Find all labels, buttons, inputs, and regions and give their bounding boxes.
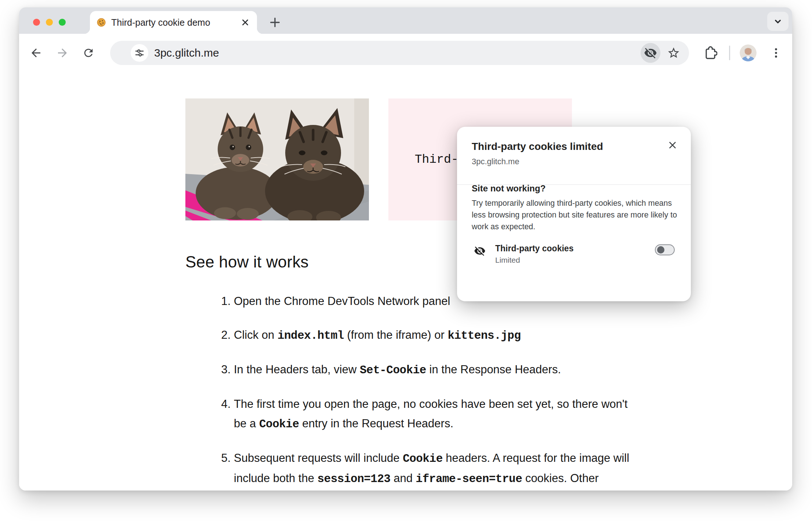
eye-off-icon [644,46,657,60]
arrow-right-icon [56,46,69,60]
how-it-works-step: Subsequent requests will include Cookie … [234,448,634,491]
toggle-label: Third-party cookies [495,244,573,254]
tab-title: Third-party cookie demo [111,17,239,28]
tab-search-button[interactable] [767,12,789,31]
zoom-window-button[interactable] [59,19,66,26]
popup-site: 3pc.glitch.me [472,157,676,166]
reload-button[interactable] [80,44,97,62]
kebab-icon [770,47,782,59]
third-party-cookies-row: Third-party cookies Limited [472,244,676,265]
browser-window: Third-party cookie demo [19,7,792,491]
how-it-works-step: The first time you open the page, no coo… [234,394,634,434]
site-settings-button[interactable] [131,44,148,62]
third-party-cookies-toggle[interactable] [655,244,675,255]
x-icon [240,18,250,27]
arrow-left-icon [29,46,43,60]
bookmark-button[interactable] [665,44,682,62]
cookie-icon [97,18,106,27]
tab-strip: Third-party cookie demo [19,7,792,34]
back-button[interactable] [27,44,45,62]
star-icon [667,46,680,60]
desktop-background: Third-party cookie demo [0,0,812,521]
popup-close-button[interactable] [665,138,680,152]
tab-third-party-cookie-demo[interactable]: Third-party cookie demo [90,11,257,34]
chevron-down-icon [772,16,783,27]
avatar [740,44,757,61]
how-it-works-list: Open the Chrome DevTools Network panelCl… [185,291,634,491]
plus-icon [269,16,281,29]
kittens-image [185,98,369,220]
how-it-works-step: Click on index.html (from the iframe) or… [234,325,634,345]
refresh-icon [82,47,95,59]
minimize-window-button[interactable] [46,19,53,26]
x-icon [667,140,678,151]
address-bar[interactable]: 3pc.glitch.me [110,41,689,65]
puzzle-icon [703,46,717,60]
toggle-status: Limited [495,256,573,265]
extensions-button[interactable] [702,44,719,62]
url-text: 3pc.glitch.me [154,47,219,59]
popup-section-title: Site not working? [472,183,676,194]
third-party-cookies-popup: Third-party cookies limited 3pc.glitch.m… [457,127,691,301]
new-tab-button[interactable] [265,12,285,32]
profile-avatar[interactable] [740,44,757,61]
popup-body-text: Try temporarily allowing third-party coo… [472,197,677,233]
popup-title: Third-party cookies limited [472,141,676,152]
window-controls [33,19,66,26]
page-content: Third-party iframe See how it works Open… [19,68,792,491]
toolbar-separator [729,46,730,60]
eye-off-icon [474,245,486,257]
browser-toolbar: 3pc.glitch.me [19,34,792,68]
browser-menu-button[interactable] [767,44,785,62]
close-window-button[interactable] [33,19,40,26]
how-it-works-step: In the Headers tab, view Set-Cookie in t… [234,360,634,380]
tab-close-button[interactable] [239,16,252,29]
tracking-protection-button[interactable] [641,43,660,63]
popup-divider [457,184,691,185]
toggle-knob [657,246,664,254]
forward-button[interactable] [54,44,71,62]
tune-icon [134,47,145,58]
